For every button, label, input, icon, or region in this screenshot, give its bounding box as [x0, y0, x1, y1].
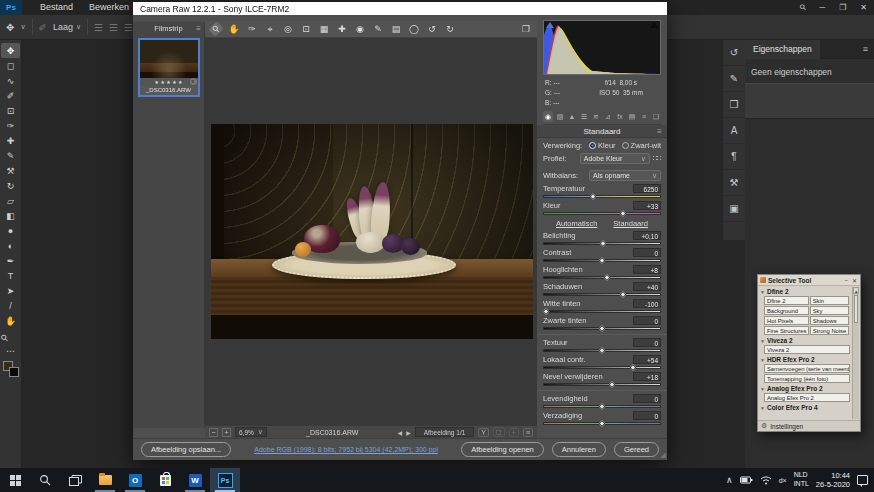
section-dfine[interactable]: ▼ Dfine 2 [760, 287, 850, 296]
filmstrip-menu-icon[interactable]: ≡ [196, 24, 201, 33]
prev-image-button[interactable]: ◀ [398, 429, 403, 436]
cancel-button[interactable]: Annuleren [552, 442, 606, 457]
scroll-up-icon[interactable]: ▲ [853, 287, 859, 294]
profile-browser-icon[interactable]: ∷∷ [653, 154, 661, 163]
section-viveza[interactable]: ▼ Viveza 2 [760, 336, 850, 345]
type-tool[interactable]: T [1, 268, 20, 283]
menu-bestand[interactable]: Bestand [32, 0, 81, 15]
slider-thumb[interactable] [598, 420, 605, 427]
slider-track[interactable] [543, 310, 661, 313]
zwartwit-radio-label[interactable]: Zwart-wit [631, 141, 661, 150]
slider-thumb[interactable] [600, 240, 607, 247]
background-color[interactable] [9, 367, 19, 377]
nik-button[interactable]: Viveza 2 [764, 345, 850, 354]
section-analog-efex[interactable]: ▼ Analog Efex Pro 2 [760, 384, 850, 393]
panel-menu-icon[interactable]: ≡ [863, 44, 874, 54]
slider-thumb[interactable] [598, 325, 605, 332]
task-view-button[interactable] [60, 468, 90, 492]
microsoft-store-button[interactable] [150, 468, 180, 492]
tab-presets[interactable]: ≡ [639, 111, 649, 122]
highlight-clipping-icon[interactable] [650, 22, 658, 28]
minimize-icon[interactable]: − [843, 277, 849, 283]
zoom-out-button[interactable]: − [209, 428, 218, 437]
shape-tool[interactable]: / [1, 298, 20, 313]
next-image-button[interactable]: ▶ [406, 429, 411, 436]
action-center-button[interactable] [857, 475, 868, 485]
tab-optics[interactable]: ⊿ [603, 111, 613, 122]
nik-button[interactable]: Samenvoegen (serie van meerd... [764, 364, 850, 373]
nik-button[interactable]: Sky [810, 306, 850, 315]
before-after-toggle[interactable]: Y [478, 428, 489, 437]
slider-track[interactable] [543, 242, 661, 245]
lasso-tool[interactable]: ∿ [1, 73, 20, 88]
open-image-button[interactable]: Afbeelding openen [461, 442, 544, 457]
slider-thumb[interactable] [589, 193, 596, 200]
history-brush-tool[interactable]: ↻ [1, 178, 20, 193]
slider-value[interactable]: 0 [633, 338, 661, 347]
start-button[interactable] [0, 468, 30, 492]
transform-tool-icon[interactable]: ▦ [318, 24, 330, 34]
done-button[interactable]: Gereed [614, 442, 659, 457]
thumbnail-rating[interactable]: ★ ★ ★ ★ ★ ≡ [140, 78, 198, 86]
history-panel-icon[interactable]: ↺ [723, 40, 745, 66]
wifi-icon[interactable] [760, 476, 772, 485]
nik-button[interactable]: Background [764, 306, 809, 315]
zoom-tool-icon[interactable]: ⚲ [208, 21, 224, 37]
slider-track[interactable] [543, 276, 661, 279]
slider-track[interactable] [543, 212, 661, 215]
targeted-adjustment-icon[interactable]: ◎ [282, 24, 294, 34]
tab-basic[interactable]: ◉ [543, 111, 553, 122]
histogram-panel[interactable] [543, 20, 661, 75]
nik-button[interactable]: Fine Structures [764, 326, 809, 335]
clock[interactable]: 10:44 26-5-2020 [816, 471, 850, 490]
close-icon[interactable]: ✕ [851, 277, 858, 284]
hand-tool-icon[interactable]: ✋ [228, 24, 240, 34]
gradient-tool[interactable]: ◧ [1, 208, 20, 223]
nik-button[interactable]: Skin [810, 296, 850, 305]
slider-thumb[interactable] [609, 381, 616, 388]
word-button[interactable]: W [180, 468, 210, 492]
crop-tool[interactable]: ⊡ [1, 103, 20, 118]
color-sampler-tool-icon[interactable]: ⌖ [264, 24, 276, 35]
chevron-down-icon[interactable]: ∨ [20, 23, 25, 31]
graduated-filter-icon[interactable]: ▤ [390, 24, 402, 34]
slider-value[interactable]: +33 [633, 201, 661, 210]
path-select-tool[interactable]: ➤ [1, 283, 20, 298]
eyedropper-tool[interactable]: ✑ [1, 118, 20, 133]
slider-track[interactable] [543, 405, 661, 408]
align-center-icon[interactable]: ☰ [109, 22, 118, 33]
tab-calibration[interactable]: ▤ [627, 111, 637, 122]
settings-row[interactable]: ⚙ Instellingen [758, 420, 860, 431]
slider-thumb[interactable] [598, 403, 605, 410]
zoom-level-select[interactable]: 6,9% ∨ [235, 427, 267, 437]
paragraph-panel-icon[interactable]: ¶ [723, 144, 745, 170]
slider-value[interactable]: +18 [633, 372, 661, 381]
libraries-panel-icon[interactable]: ▣ [723, 196, 745, 222]
tool-presets-panel-icon[interactable]: ⚒ [723, 170, 745, 196]
healing-brush-tool[interactable]: ✚ [1, 133, 20, 148]
copy-settings-icon[interactable]: + [509, 428, 519, 437]
auto-select-icon[interactable]: ✐ [39, 22, 47, 33]
white-balance-tool-icon[interactable]: ✑ [246, 24, 258, 34]
pen-tool[interactable]: ✒ [1, 253, 20, 268]
nik-button[interactable]: Strong Noise [810, 326, 850, 335]
slider-thumb[interactable] [598, 347, 605, 354]
battery-icon[interactable] [740, 476, 753, 484]
slider-thumb[interactable] [603, 274, 610, 281]
profiel-dropdown[interactable]: Adobe Kleur ∨ [580, 153, 650, 164]
nik-button[interactable]: Dfine 2 [764, 296, 809, 305]
auto-select-target-dropdown[interactable]: Laag ∨ [53, 22, 81, 32]
automatisch-link[interactable]: Automatisch [556, 219, 597, 228]
red-eye-icon[interactable]: ◉ [354, 24, 366, 34]
selective-tool-titlebar[interactable]: Selective Tool − ✕ [758, 275, 860, 286]
slider-track[interactable] [543, 259, 661, 262]
tab-snapshots[interactable]: ❏ [651, 111, 661, 122]
slider-value[interactable]: 0 [633, 316, 661, 325]
slider-track[interactable] [543, 383, 661, 386]
nik-button[interactable]: Analog Efex Pro 2 [764, 393, 850, 402]
zwartwit-radio[interactable] [622, 142, 629, 149]
slider-thumb[interactable] [598, 257, 605, 264]
save-image-button[interactable]: Afbeelding opslaan... [141, 442, 231, 457]
scrollbar-thumb[interactable] [854, 295, 858, 323]
restore-icon[interactable]: ❐ [832, 0, 853, 15]
